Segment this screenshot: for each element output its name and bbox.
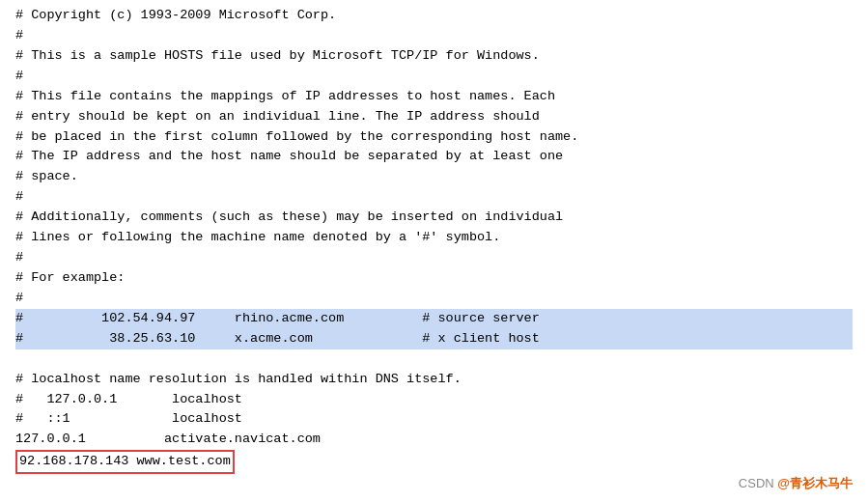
file-line: # [15,26,853,46]
file-line: # For example: [15,268,853,289]
hosts-file-content: # Copyright (c) 1993-2009 Microsoft Corp… [0,0,868,480]
watermark-brand: @青衫木马牛 [777,476,853,490]
file-line: # localhost name resolution is handled w… [15,370,853,390]
file-line: # This file contains the mappings of IP … [15,87,853,107]
file-line: # Copyright (c) 1993-2009 Microsoft Corp… [15,6,853,26]
file-line: # 38.25.63.10 x.acme.com # x client host [15,329,853,349]
file-line: # ::1 localhost [15,409,853,430]
file-line: 127.0.0.1 activate.navicat.com [15,430,853,450]
file-line: # [15,248,853,268]
file-line [15,349,853,370]
watermark: CSDN @青衫木马牛 [739,475,853,492]
file-line: # lines or following the machine name de… [15,228,853,248]
file-line: # [15,187,853,208]
file-line: # [15,67,853,87]
file-line: # 102.54.94.97 rhino.acme.com # source s… [15,309,853,329]
file-line: # [15,289,853,309]
file-line: # Additionally, comments (such as these)… [15,208,853,228]
file-line: # This is a sample HOSTS file used by Mi… [15,46,853,67]
file-line: # entry should be kept on an individual … [15,107,853,127]
file-line: # space. [15,167,853,187]
file-line: 92.168.178.143 www.test.com [15,450,853,474]
file-line: # be placed in the first column followed… [15,127,853,148]
file-line: # The IP address and the host name shoul… [15,147,853,167]
file-line: # 127.0.0.1 localhost [15,390,853,410]
watermark-prefix: CSDN [739,476,774,490]
